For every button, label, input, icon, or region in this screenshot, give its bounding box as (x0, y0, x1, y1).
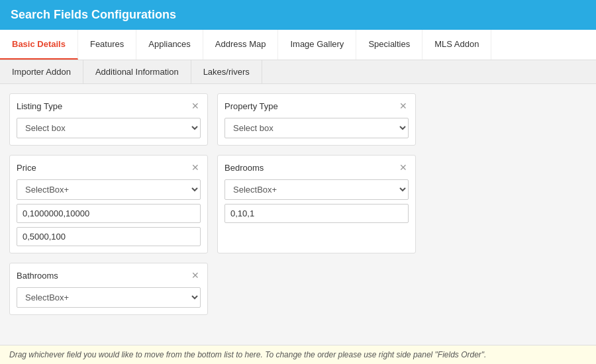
listing-type-card: Listing Type ✕ Select box Checkbox Radio (9, 93, 208, 146)
property-type-label: Property Type (224, 101, 278, 111)
listing-type-select[interactable]: Select box Checkbox Radio (17, 118, 201, 138)
tabs-row2: Importer Addon Additional Information La… (0, 60, 596, 84)
bedrooms-close[interactable]: ✕ (398, 162, 409, 173)
bathrooms-header: Bathrooms ✕ (17, 270, 201, 281)
tab-basic-details[interactable]: Basic Details (0, 30, 78, 60)
listing-type-header: Listing Type ✕ (17, 101, 201, 111)
tab-additional-information[interactable]: Additional Information (83, 60, 191, 83)
page-title: Search Fields Configurations (11, 8, 176, 21)
footer-text: Drag whichever field you would like to m… (9, 350, 486, 359)
bathrooms-close[interactable]: ✕ (190, 270, 201, 281)
price-card: Price ✕ SelectBox+ Select box Checkbox (9, 155, 208, 253)
content-area: Listing Type ✕ Select box Checkbox Radio… (0, 84, 596, 334)
tab-appliances[interactable]: Appliances (136, 30, 203, 60)
tab-address-map[interactable]: Address Map (203, 30, 279, 60)
price-label: Price (17, 163, 36, 173)
property-type-header: Property Type ✕ (224, 101, 409, 111)
tab-lakes-rivers[interactable]: Lakes/rivers (191, 60, 262, 83)
bedrooms-label: Bedrooms (224, 163, 264, 173)
bedrooms-range-input[interactable] (224, 204, 409, 223)
price-close[interactable]: ✕ (190, 162, 201, 173)
price-range2-input[interactable] (17, 227, 201, 246)
page-header: Search Fields Configurations (0, 0, 596, 30)
property-type-close[interactable]: ✕ (398, 101, 409, 111)
tab-importer-addon[interactable]: Importer Addon (0, 60, 83, 83)
tab-image-gallery[interactable]: Image Gallery (278, 30, 356, 60)
bedrooms-header: Bedrooms ✕ (224, 162, 409, 173)
bathrooms-select[interactable]: SelectBox+ Select box Checkbox (17, 287, 201, 308)
bathrooms-card: Bathrooms ✕ SelectBox+ Select box Checkb… (9, 263, 208, 315)
price-header: Price ✕ (17, 162, 201, 173)
tab-specialties[interactable]: Specialties (356, 30, 422, 60)
price-range1-input[interactable] (17, 204, 201, 223)
listing-type-close[interactable]: ✕ (190, 101, 201, 111)
bedrooms-select[interactable]: SelectBox+ Select box Checkbox (224, 179, 409, 200)
bedrooms-card: Bedrooms ✕ SelectBox+ Select box Checkbo… (217, 155, 416, 253)
property-type-select[interactable]: Select box Checkbox Radio (224, 118, 409, 138)
footer-bar: Drag whichever field you would like to m… (0, 345, 596, 364)
bathrooms-label: Bathrooms (17, 271, 58, 281)
tab-features[interactable]: Features (78, 30, 136, 60)
property-type-card: Property Type ✕ Select box Checkbox Radi… (217, 93, 416, 146)
tab-mls-addon[interactable]: MLS Addon (422, 30, 491, 60)
tabs-row1: Basic Details Features Appliances Addres… (0, 30, 596, 60)
price-select[interactable]: SelectBox+ Select box Checkbox (17, 179, 201, 200)
listing-type-label: Listing Type (17, 101, 62, 111)
